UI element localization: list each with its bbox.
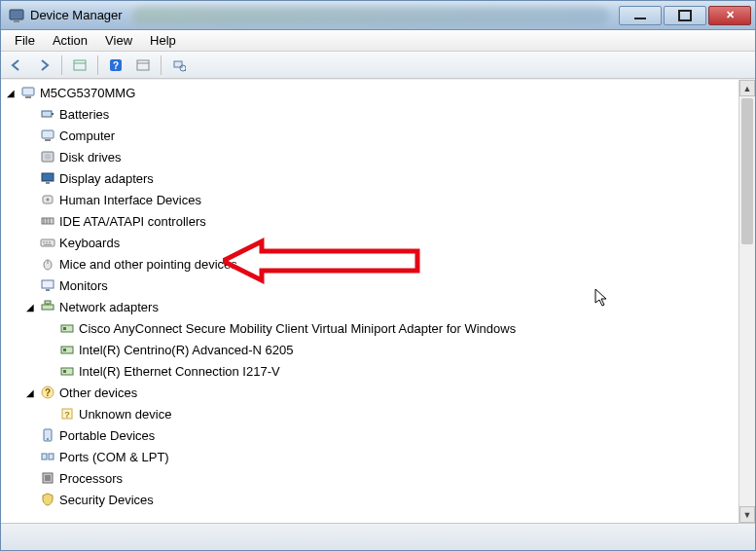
ports-icon	[40, 449, 55, 464]
tree-node[interactable]: Cisco AnyConnect Secure Mobility Client …	[44, 317, 738, 339]
tree-node[interactable]: IDE ATA/ATAPI controllers	[24, 210, 738, 232]
tree-node[interactable]: Monitors	[24, 275, 738, 296]
scroll-track[interactable]	[739, 246, 755, 506]
tree-node[interactable]: Batteries	[24, 103, 738, 125]
menu-file[interactable]: File	[7, 31, 43, 50]
tree-node[interactable]: ◢?Other devices	[24, 382, 738, 403]
scroll-thumb[interactable]	[741, 98, 753, 244]
svg-rect-14	[52, 113, 54, 115]
unknown-icon: ?	[59, 406, 75, 422]
collapse-icon[interactable]: ◢	[24, 301, 36, 312]
tree-node-label: M5CG5370MMG	[40, 86, 135, 100]
tree-node[interactable]: Mice and other pointing devices	[24, 253, 738, 275]
hid-icon	[40, 192, 55, 207]
titlebar[interactable]: Device Manager	[1, 1, 755, 30]
tree-node-label: Other devices	[59, 386, 137, 400]
nic-icon	[59, 320, 75, 336]
tree-node-label: Unknown device	[79, 407, 171, 422]
app-icon	[9, 8, 24, 23]
svg-rect-2	[74, 60, 86, 70]
maximize-button[interactable]	[664, 6, 706, 25]
computer-icon	[40, 128, 55, 143]
forward-button[interactable]	[32, 55, 55, 76]
menu-help[interactable]: Help	[142, 31, 184, 50]
security-icon	[40, 492, 55, 507]
window-title: Device Manager	[30, 8, 123, 22]
tree-node[interactable]: Intel(R) Ethernet Connection I217-V	[44, 360, 738, 382]
mouse-icon	[40, 256, 55, 272]
svg-rect-40	[63, 327, 66, 330]
help-button[interactable]: ?	[104, 55, 127, 76]
tree-node[interactable]: Processors	[24, 467, 738, 489]
minimize-button[interactable]	[619, 6, 662, 25]
tree-node-label: Human Interface Devices	[59, 193, 201, 207]
scroll-up-button[interactable]: ▲	[739, 80, 755, 96]
svg-rect-0	[10, 10, 23, 19]
other-icon: ?	[40, 385, 55, 400]
svg-point-18	[45, 154, 51, 160]
svg-rect-36	[42, 305, 54, 310]
tree-node-label: Display adapters	[59, 171, 154, 186]
svg-rect-54	[45, 475, 51, 481]
display-icon	[40, 170, 55, 186]
tree-node-label: Disk drives	[59, 150, 122, 165]
svg-rect-1	[14, 20, 19, 22]
show-hidden-button[interactable]	[68, 55, 91, 76]
scroll-down-button[interactable]: ▼	[739, 506, 755, 523]
tree-node-label: Processors	[59, 471, 123, 486]
svg-rect-29	[46, 241, 48, 243]
tree-node-label: Ports (COM & LPT)	[59, 450, 169, 464]
close-button[interactable]	[708, 6, 751, 25]
tree-node-label: Mice and other pointing devices	[59, 257, 237, 272]
battery-icon	[40, 106, 55, 122]
tree-node[interactable]: Intel(R) Centrino(R) Advanced-N 6205	[44, 339, 738, 360]
menubar: File Action View Help	[1, 30, 755, 52]
tree-node-label: Batteries	[59, 107, 109, 122]
tree-node[interactable]: Human Interface Devices	[24, 189, 738, 210]
svg-rect-42	[63, 349, 66, 351]
tree-node-label: Network adapters	[59, 300, 159, 314]
svg-rect-19	[42, 173, 54, 181]
scan-hardware-button[interactable]	[167, 55, 191, 76]
tree-node[interactable]: Security Devices	[24, 489, 738, 510]
tree-node-label: Keyboards	[59, 236, 120, 250]
svg-rect-34	[42, 280, 54, 288]
svg-rect-30	[49, 241, 51, 243]
svg-rect-41	[61, 347, 73, 353]
toolbar-separator	[97, 55, 98, 75]
svg-rect-37	[45, 301, 51, 304]
processor-icon	[40, 470, 55, 486]
tree-node[interactable]: Portable Devices	[24, 424, 738, 446]
computer-icon	[20, 85, 36, 100]
tree-node-label: Intel(R) Centrino(R) Advanced-N 6205	[79, 343, 293, 357]
svg-rect-35	[46, 289, 50, 291]
back-button[interactable]	[5, 55, 28, 76]
tree-node[interactable]: Keyboards	[24, 232, 738, 253]
svg-point-22	[47, 199, 50, 202]
svg-text:?: ?	[113, 60, 119, 71]
title-blur-area	[132, 7, 609, 24]
nic-icon	[59, 342, 75, 357]
svg-rect-12	[25, 96, 31, 98]
tree-node-label: Intel(R) Ethernet Connection I217-V	[79, 364, 280, 379]
tree-node[interactable]: ?Unknown device	[44, 403, 738, 424]
monitor-icon	[40, 277, 55, 293]
tree-node[interactable]: Disk drives	[24, 146, 738, 167]
svg-rect-6	[137, 60, 149, 70]
tree-node[interactable]: ◢Network adapters	[24, 296, 738, 317]
menu-action[interactable]: Action	[45, 31, 95, 50]
tree-node[interactable]: Computer	[24, 125, 738, 146]
vertical-scrollbar[interactable]: ▲ ▼	[738, 80, 755, 523]
collapse-icon[interactable]: ◢	[5, 87, 17, 98]
tree-root-node[interactable]: ◢M5CG5370MMG	[5, 82, 738, 103]
svg-text:?: ?	[64, 410, 70, 420]
svg-rect-43	[61, 368, 73, 375]
menu-view[interactable]: View	[97, 31, 140, 50]
tree-node[interactable]: Ports (COM & LPT)	[24, 446, 738, 467]
tree-node[interactable]: Display adapters	[24, 167, 738, 189]
toolbar-separator	[61, 55, 62, 75]
device-tree[interactable]: ◢M5CG5370MMGBatteriesComputerDisk drives…	[1, 80, 738, 523]
collapse-icon[interactable]: ◢	[24, 386, 36, 398]
properties-button[interactable]	[131, 55, 155, 76]
svg-rect-15	[42, 130, 54, 138]
